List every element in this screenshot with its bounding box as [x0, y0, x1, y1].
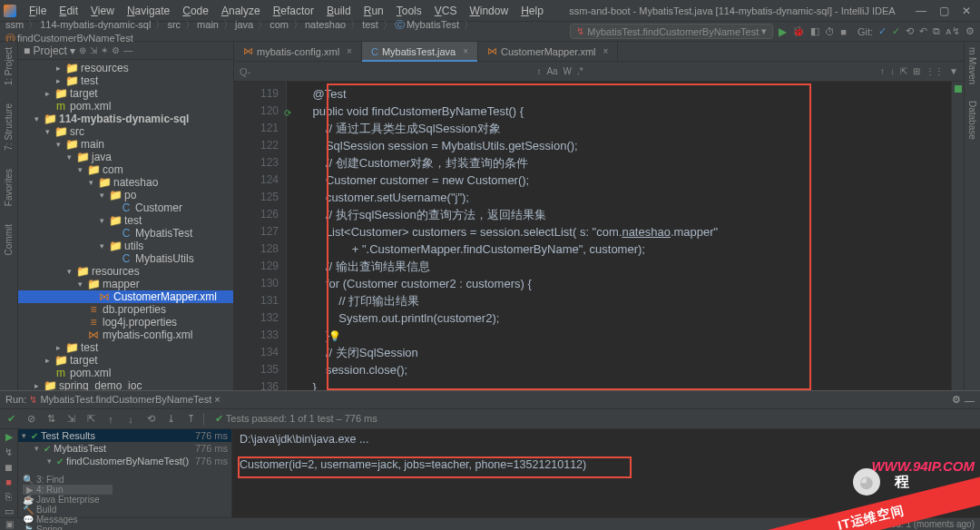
tool-database[interactable]: Database: [967, 101, 977, 140]
close-tab-icon[interactable]: ×: [603, 46, 609, 56]
breadcrumb-item[interactable]: src: [167, 19, 181, 30]
tree-node[interactable]: ▾📁nateshao: [18, 176, 233, 189]
stop-button[interactable]: ■: [840, 26, 847, 37]
tree-node[interactable]: ▾📁com: [18, 163, 233, 176]
tool-favorites[interactable]: Favorites: [4, 169, 14, 206]
export-icon[interactable]: ⤒: [183, 413, 198, 425]
git-commit-icon[interactable]: ✓: [892, 25, 900, 37]
tool-1-project[interactable]: 1: Project: [4, 47, 14, 85]
status-icon[interactable]: ▣: [5, 519, 14, 529]
prev-match-icon[interactable]: ↑: [880, 66, 885, 76]
collapse-all-icon[interactable]: ✶: [101, 45, 108, 55]
match-case-icon[interactable]: Aa: [546, 66, 557, 76]
menu-navigate[interactable]: Navigate: [122, 3, 175, 19]
filter-icon[interactable]: ▼: [949, 66, 958, 76]
menu-analyze[interactable]: Analyze: [216, 3, 266, 19]
tree-node[interactable]: ▾📁po: [18, 189, 233, 201]
close-button[interactable]: ✕: [962, 5, 971, 17]
minimize-button[interactable]: —: [916, 5, 926, 17]
breadcrumb-item[interactable]: ⒸMybatisTest: [395, 19, 459, 30]
tree-node[interactable]: ▸📁target: [18, 87, 233, 100]
tree-node[interactable]: ▾📁java: [18, 151, 233, 163]
breadcrumb-item[interactable]: com: [270, 19, 289, 30]
tree-node[interactable]: ▾📁mapper: [18, 278, 233, 290]
bottom-tool-4-run[interactable]: ▶4: Run: [23, 485, 113, 495]
run-button[interactable]: ▶: [779, 25, 787, 38]
add-selection-icon[interactable]: ⊞: [913, 66, 920, 76]
sort-icon[interactable]: ⇅: [44, 413, 58, 425]
coverage-button[interactable]: ◧: [810, 25, 819, 37]
menu-window[interactable]: Window: [464, 3, 514, 19]
stop-icon[interactable]: ■: [5, 476, 12, 487]
tree-node[interactable]: CMybatisTest: [18, 227, 233, 240]
find-pin-icon[interactable]: ↕: [536, 66, 541, 76]
tree-node[interactable]: CCustomer: [18, 201, 233, 214]
git-update-icon[interactable]: ✓: [878, 25, 887, 37]
toggle-autotest-icon[interactable]: ⏹: [4, 462, 14, 473]
hide-icon[interactable]: —: [123, 45, 132, 55]
tree-node[interactable]: ▸📁test: [18, 74, 233, 87]
tool-maven[interactable]: m Maven: [967, 47, 977, 84]
tree-node[interactable]: ▾📁src: [18, 125, 233, 138]
test-node[interactable]: ▾✔Test Results776 ms: [18, 429, 231, 442]
tree-node[interactable]: ▾📁resources: [18, 265, 233, 278]
project-view-selector[interactable]: ■ Project ▾: [24, 44, 75, 57]
breadcrumb-item[interactable]: java: [235, 19, 253, 30]
layout-icon[interactable]: ▭: [5, 505, 14, 517]
settings-icon[interactable]: ⚙: [965, 25, 975, 37]
menu-tools[interactable]: Tools: [391, 3, 427, 19]
menu-file[interactable]: File: [24, 3, 52, 19]
next-icon[interactable]: ↓: [123, 414, 138, 425]
import-icon[interactable]: ⤓: [163, 413, 178, 425]
next-match-icon[interactable]: ↓: [890, 66, 895, 76]
tree-node[interactable]: ≡log4j.properties: [18, 316, 233, 329]
tool-7-structure[interactable]: 7: Structure: [4, 103, 14, 151]
breadcrumb-item[interactable]: 114-mybatis-dynamic-sql: [40, 19, 151, 30]
dump-icon[interactable]: ⎘: [5, 491, 12, 502]
find-input[interactable]: [240, 66, 531, 77]
regex-icon[interactable]: .*: [577, 66, 583, 76]
tree-node[interactable]: ⋈CustomerMapper.xml: [18, 290, 233, 303]
test-node[interactable]: ▾✔MybatisTest776 ms: [18, 442, 231, 455]
tool-commit[interactable]: Commit: [4, 224, 14, 255]
rerun-failed-icon[interactable]: ↯: [5, 447, 13, 458]
search-everywhere-icon[interactable]: ⧉: [933, 25, 940, 37]
ide-scripting-icon[interactable]: ᴀ↯: [946, 25, 960, 37]
test-node[interactable]: ▾✔findCustomerByNameTest()776 ms: [18, 455, 231, 467]
maximize-button[interactable]: ▢: [939, 5, 949, 17]
editor-tab[interactable]: CMybatisTest.java×: [362, 42, 478, 61]
bottom-tool-3-find[interactable]: 🔍3: Find: [23, 475, 113, 485]
find-settings-icon[interactable]: ⋮⋮: [926, 66, 944, 76]
tree-node[interactable]: CMybatisUtils: [18, 252, 233, 265]
close-tab-icon[interactable]: ×: [347, 46, 352, 56]
menu-help[interactable]: Help: [515, 3, 549, 19]
tree-node[interactable]: mpom.xml: [18, 367, 233, 379]
profile-button[interactable]: ⏱: [825, 26, 835, 37]
menu-refactor[interactable]: Refactor: [268, 3, 319, 19]
tree-node[interactable]: ▾📁test: [18, 214, 233, 227]
bottom-tool-build[interactable]: 🔨Build: [23, 505, 113, 515]
tree-node[interactable]: ▸📁test: [18, 341, 233, 354]
bottom-tool-messages[interactable]: 💬Messages: [23, 515, 113, 525]
breadcrumb-item[interactable]: ssm: [5, 19, 24, 30]
expand-all-icon[interactable]: ⇲: [90, 45, 97, 55]
editor-tab[interactable]: ⋈mybatis-config.xml×: [234, 42, 362, 61]
collapse-icon[interactable]: ⇱: [83, 413, 98, 425]
rerun-icon[interactable]: ▶: [5, 431, 13, 443]
editor-tab[interactable]: ⋈CustomerMapper.xml×: [478, 42, 618, 61]
select-opened-file-icon[interactable]: ⊕: [79, 45, 86, 55]
git-revert-icon[interactable]: ↶: [919, 25, 927, 37]
breadcrumb-item[interactable]: main: [197, 19, 219, 30]
close-tab-icon[interactable]: ×: [463, 46, 468, 56]
debug-button[interactable]: 🐞: [792, 25, 805, 37]
bottom-tool-java-enterprise[interactable]: ☕Java Enterprise: [23, 495, 113, 505]
tree-node[interactable]: ⋈mybatis-config.xml: [18, 329, 233, 341]
test-history-icon[interactable]: ⟲: [143, 413, 158, 425]
tree-node[interactable]: ▸📁target: [18, 354, 233, 367]
menu-edit[interactable]: Edit: [54, 3, 83, 19]
prev-icon[interactable]: ↑: [103, 414, 118, 425]
run-settings-icon[interactable]: ⚙: [952, 394, 961, 406]
menu-vcs[interactable]: VCS: [429, 3, 463, 19]
run-console[interactable]: D:\java\jdk\bin\java.exe ... Customer(id…: [232, 429, 980, 517]
menu-run[interactable]: Run: [358, 3, 389, 19]
